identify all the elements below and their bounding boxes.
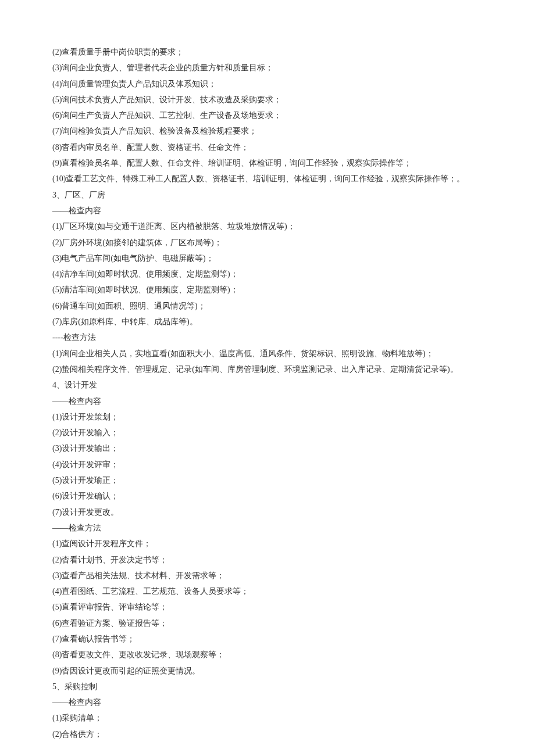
text-line: (4)询问质量管理负责人产品知识及体系知识；: [52, 76, 483, 92]
text-line: (8)杳看更改文件、更改收发记录、现场观察等；: [52, 647, 483, 662]
text-line: (7)查看确认报告书等；: [52, 631, 483, 647]
text-line: (5)直看评审报告、评审结论等；: [52, 599, 483, 615]
text-line: (9)杳因设计更改而引起的证照变更情况。: [52, 663, 483, 679]
text-line: (5)设计开发瑜正；: [52, 472, 483, 488]
text-line: (1)查阅设计开发程序文件；: [52, 536, 483, 551]
text-line: (1)采购清单；: [52, 710, 483, 726]
text-line: (3)电气产品车间(如电气防护、电磁屏蔽等)；: [52, 250, 483, 266]
text-line: 5、采购控制: [52, 679, 483, 694]
text-line: (6)查看验证方案、验证报告等；: [52, 615, 483, 631]
text-line: ——检查方法: [52, 520, 483, 536]
text-line: (4)洁净车间(如即时状况、使用频度、定期监测等)；: [52, 266, 483, 282]
text-line: (2)杳看计划书、开发决定书等；: [52, 552, 483, 568]
text-line: (5)清洁车间(如即时状况、使用频度、定期监测等)；: [52, 282, 483, 298]
text-line: ——检查内容: [52, 393, 483, 409]
text-line: (8)杳看内审员名单、配置人数、资格证书、任命文件；: [52, 139, 483, 155]
text-line: (7)设计开发更改。: [52, 504, 483, 520]
text-line: (7)询问检验负责人产品知识、检验设备及检验规程要求；: [52, 123, 483, 139]
text-line: 4、设计开发: [52, 377, 483, 393]
text-line: (3)设计开发输出；: [52, 440, 483, 456]
text-line: (2)查看质量手册中岗位职责的要求；: [52, 44, 483, 60]
text-line: ——检查内容: [52, 694, 483, 710]
text-line: 3、厂区、厂房: [52, 187, 483, 203]
text-line: (1)设计开发策划；: [52, 409, 483, 425]
text-line: (6)普通车间(如面积、照明、通风情况等)；: [52, 298, 483, 314]
text-line: (2)设计开发输入；: [52, 425, 483, 440]
text-line: (1)询问企业相关人员，实地直看(如面积大小、温度高低、通风条件、货架标识、照明…: [52, 346, 483, 361]
text-line: (2)合格供方；: [52, 726, 483, 742]
text-line: (1)厂区环境(如与交通干道距离、区内植被脱落、垃圾堆放情况等)；: [52, 218, 483, 234]
text-line: (6)询问生产负责人产品知识、工艺控制、生产设备及场地要求；: [52, 108, 483, 123]
text-line: ----检查方法: [52, 329, 483, 345]
text-line: (2)厂房外环境(如接邻的建筑体，厂区布局等)；: [52, 235, 483, 250]
text-line: (4)设计开发评审；: [52, 457, 483, 472]
text-line: (2)蛰阅相关程序文件、管理规定、记录(如车间、库房管理制度、环境监测记录、出入…: [52, 361, 483, 377]
text-line: (5)询问技术负责人产品知识、设计开发、技术改造及采购要求；: [52, 92, 483, 108]
document-body: (2)查看质量手册中岗位职责的要求；(3)询问企业负责人、管理者代表企业的质量方…: [52, 44, 483, 742]
text-line: ——检查内容: [52, 203, 483, 218]
text-line: (7)库房(如原料库、中转库、成品库等)。: [52, 314, 483, 329]
text-line: (6)设计开发确认；: [52, 488, 483, 504]
text-line: (4)直看图纸、工艺流程、工艺规范、设备人员要求等；: [52, 583, 483, 599]
text-line: (10)查看工艺文件、特殊工种工人配置人数、资格证书、培训证明、体检证明，询问工…: [52, 171, 483, 187]
text-line: (9)直看检验员名单、配置人数、任命文件、培训证明、体检证明，询问工作经验，观察…: [52, 155, 483, 171]
text-line: (3)询问企业负责人、管理者代表企业的质量方针和质量目标；: [52, 60, 483, 76]
text-line: (3)查看产品相关法规、技术材料、开发需求等；: [52, 568, 483, 583]
